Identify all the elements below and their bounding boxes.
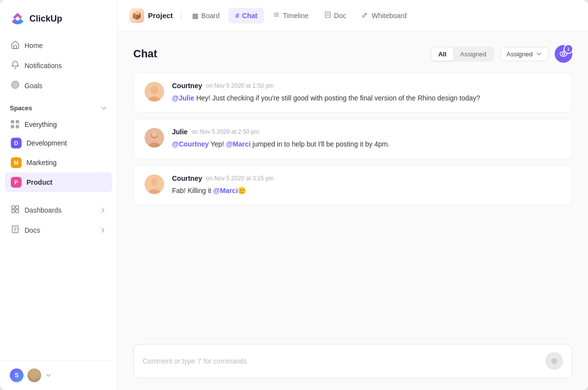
sidebar-item-notifications[interactable]: Notifications [5,55,112,75]
chevron-right-docs-icon [99,227,106,234]
app-window: ClickUp Home Notifications Goals [0,0,588,390]
svg-point-22 [151,86,157,92]
dropdown-chevron-icon [536,50,542,57]
chevron-down-icon [100,105,107,112]
svg-point-31 [551,358,557,364]
msg3-time: on Nov 5 2020 at 3:15 pm [206,175,273,182]
chat-header: Chat All Assigned Assigned [133,45,572,63]
filter-tabs: All Assigned [430,47,494,62]
timeline-tab-icon [273,11,280,20]
chat-header-right: All Assigned Assigned [430,45,572,63]
topbar-divider [181,11,181,21]
message-2: Julie on Nov 5 2020 at 2:50 pm @Courtney… [133,119,572,159]
sidebar-nav: Home Notifications Goals [0,35,117,96]
svg-rect-6 [12,210,15,213]
msg3-avatar [145,174,164,194]
message-3: Courtney on Nov 5 2020 at 3:15 pm Fab! K… [133,165,572,205]
spaces-header[interactable]: Spaces [0,96,117,116]
msg1-avatar [145,82,164,101]
comment-placeholder[interactable]: Comment or type '/' for commands [143,357,545,365]
tab-chat-label: Chat [242,12,257,20]
msg3-text: Fab! Killing it @Marci🙂 [172,185,561,196]
filter-all[interactable]: All [431,48,453,61]
svg-point-29 [151,178,157,184]
svg-rect-7 [16,210,19,213]
tab-doc[interactable]: Doc [318,7,353,24]
msg3-text-fab: Fab! Killing it [172,187,213,195]
sidebar-item-dashboards[interactable]: Dashboards [5,200,112,220]
tab-timeline-label: Timeline [283,12,308,20]
msg2-header: Julie on Nov 5 2020 at 2:50 pm [172,128,561,136]
msg1-mention: @Julie [172,94,195,102]
svg-rect-5 [16,206,19,209]
logo-text: ClickUp [29,14,62,24]
sidebar-item-development[interactable]: D Development [5,133,112,153]
user-avatar-s[interactable]: S [10,368,24,382]
chat-tab-icon: # [235,12,239,20]
msg1-body: Courtney on Nov 5 2020 at 1:50 pm @Julie… [172,82,561,103]
send-icon [550,357,558,365]
courtney-avatar-img [145,82,164,101]
notification-bell[interactable] [555,45,572,63]
svg-rect-4 [12,206,15,209]
comment-send-button[interactable] [545,352,563,370]
msg2-mention2: @Marci [226,140,250,148]
dashboards-label: Dashboards [24,206,62,214]
whiteboard-tab-icon [362,11,368,20]
marketing-avatar: M [11,157,22,168]
msg3-emoji: 🙂 [238,187,246,195]
tab-chat[interactable]: # Chat [228,8,264,24]
sidebar-item-goals-label: Goals [24,82,43,90]
sidebar-item-goals[interactable]: Goals [5,75,112,96]
goals-icon [11,80,20,91]
bell-icon [11,60,20,71]
spaces-label: Spaces [10,104,32,112]
tab-whiteboard[interactable]: Whiteboard [355,7,414,24]
dashboards-icon [11,205,20,215]
sidebar-item-product[interactable]: P Product [5,172,112,192]
tab-board[interactable]: ▦ Board [185,8,226,24]
sidebar: ClickUp Home Notifications Goals [0,0,118,390]
msg1-text-after: Hey! Just checking if you're still good … [195,94,480,102]
everything-grid-icon [11,120,20,129]
svg-point-18 [560,51,567,56]
filter-assigned[interactable]: Assigned [453,48,493,61]
svg-point-3 [15,84,16,86]
comment-box: Comment or type '/' for commands [133,344,572,378]
home-icon [11,40,20,50]
tab-timeline[interactable]: Timeline [266,7,315,24]
chevron-right-icon [99,207,106,214]
msg3-author: Courtney [172,174,202,182]
sidebar-item-notifications-label: Notifications [24,62,62,70]
msg3-body: Courtney on Nov 5 2020 at 3:15 pm Fab! K… [172,174,561,196]
eye-icon [559,49,568,58]
sidebar-item-marketing-label: Marketing [26,159,56,167]
msg1-author: Courtney [172,82,202,90]
msg1-header: Courtney on Nov 5 2020 at 1:50 pm [172,82,561,90]
chevron-down-user-icon[interactable] [45,372,52,379]
main-content: 📦 Project ▦ Board # Chat Timeline [118,0,588,390]
julie-avatar-img [145,128,164,147]
sidebar-item-docs[interactable]: Docs [5,220,112,240]
sidebar-item-development-label: Development [26,139,67,147]
topbar: 📦 Project ▦ Board # Chat Timeline [118,0,588,31]
product-avatar: P [11,177,22,188]
sidebar-item-everything[interactable]: Everything [5,116,112,133]
topbar-project[interactable]: 📦 Project [129,8,173,23]
chat-title: Chat [133,48,157,60]
assigned-dropdown[interactable]: Assigned [500,47,549,61]
user-avatar-photo[interactable] [27,368,41,382]
sidebar-item-home[interactable]: Home [5,35,112,55]
development-avatar: D [11,138,22,148]
sidebar-logo[interactable]: ClickUp [0,0,117,35]
tab-whiteboard-label: Whiteboard [371,12,407,20]
docs-label: Docs [24,226,40,234]
sidebar-item-marketing[interactable]: M Marketing [5,153,112,172]
msg2-mention: @Courtney [172,140,209,148]
msg2-text-rest: jumped in to help but I'll be posting it… [250,140,390,148]
sidebar-item-home-label: Home [24,42,43,49]
msg2-author: Julie [172,128,188,136]
msg2-avatar [145,128,164,147]
doc-tab-icon [324,11,331,20]
tab-doc-label: Doc [334,12,346,20]
